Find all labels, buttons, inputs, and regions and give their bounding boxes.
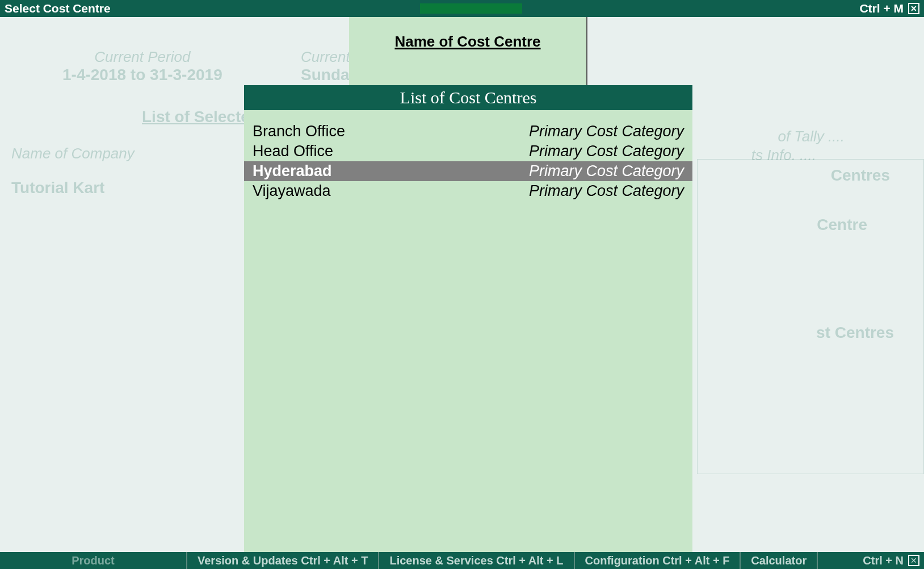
bg-period-dates: 1-4-2018 to 31-3-2019 bbox=[62, 66, 222, 84]
close-icon[interactable]: ✕ bbox=[908, 555, 919, 566]
name-header-panel: Name of Cost Centre bbox=[349, 17, 587, 85]
list-item-name: Branch Office bbox=[253, 123, 345, 140]
bg-company-name: Tutorial Kart bbox=[11, 179, 104, 197]
name-header-text: Name of Cost Centre bbox=[394, 33, 540, 50]
bottom-bar: Product Version & Updates Ctrl + Alt + T… bbox=[0, 552, 924, 569]
bg-list-selected: List of Selected bbox=[142, 108, 259, 126]
bottom-calculator[interactable]: Calculator bbox=[741, 552, 818, 569]
cost-centres-panel: List of Cost Centres Branch Office Prima… bbox=[244, 85, 692, 557]
bottom-config[interactable]: Configuration Ctrl + Alt + F bbox=[575, 552, 741, 569]
close-icon[interactable]: ✕ bbox=[908, 3, 919, 14]
bg-company-label: Name of Company bbox=[11, 145, 135, 162]
bg-right-text-5: st Centres bbox=[816, 324, 894, 342]
list-items-container: Branch Office Primary Cost Category Head… bbox=[244, 110, 692, 201]
bg-right-text-1: of Tally .... bbox=[778, 128, 845, 145]
list-item[interactable]: Head Office Primary Cost Category bbox=[244, 141, 692, 161]
title-text: Select Cost Centre bbox=[5, 2, 111, 15]
bottom-license[interactable]: License & Services Ctrl + Alt + L bbox=[379, 552, 574, 569]
bottom-product-label: Product bbox=[72, 554, 115, 567]
bg-box bbox=[697, 159, 924, 474]
bottom-version[interactable]: Version & Updates Ctrl + Alt + T bbox=[187, 552, 379, 569]
list-item[interactable]: Branch Office Primary Cost Category bbox=[244, 122, 692, 141]
list-item-name: Vijayawada bbox=[253, 182, 331, 200]
list-panel-header: List of Cost Centres bbox=[244, 85, 692, 110]
bottom-config-label: Configuration bbox=[585, 554, 660, 567]
list-item-category: Primary Cost Category bbox=[529, 162, 684, 180]
list-item[interactable]: Vijayawada Primary Cost Category bbox=[244, 181, 692, 201]
bottom-product[interactable]: Product bbox=[0, 552, 187, 569]
list-item-name: Head Office bbox=[253, 143, 333, 160]
list-item-category: Primary Cost Category bbox=[529, 123, 684, 140]
bg-right-text-4: Centre bbox=[817, 216, 867, 234]
list-item-category: Primary Cost Category bbox=[529, 143, 684, 160]
bottom-config-shortcut: Ctrl + Alt + F bbox=[662, 554, 729, 567]
list-item[interactable]: Hyderabad Primary Cost Category bbox=[244, 161, 692, 181]
bg-period-label: Current Period bbox=[62, 48, 222, 66]
bottom-license-label: License & Services bbox=[389, 554, 493, 567]
top-accent bbox=[420, 3, 522, 14]
bg-right-text-3: Centres bbox=[831, 166, 890, 185]
bottom-version-shortcut: Ctrl + Alt + T bbox=[301, 554, 368, 567]
list-item-name: Hyderabad bbox=[253, 162, 332, 180]
bottom-new-shortcut: Ctrl + N bbox=[863, 554, 904, 567]
title-shortcut: Ctrl + M bbox=[859, 2, 904, 15]
bottom-license-shortcut: Ctrl + Alt + L bbox=[496, 554, 563, 567]
bottom-calculator-label: Calculator bbox=[751, 554, 807, 567]
list-item-category: Primary Cost Category bbox=[529, 182, 684, 200]
bottom-version-label: Version & Updates bbox=[198, 554, 298, 567]
